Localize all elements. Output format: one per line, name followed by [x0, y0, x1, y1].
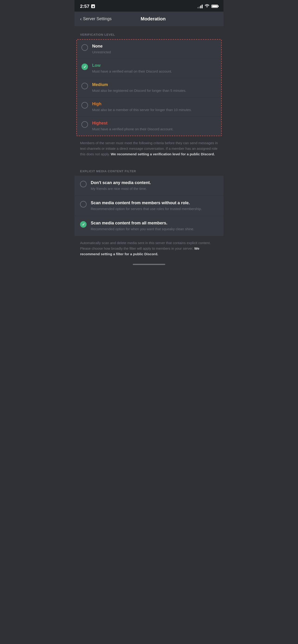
back-button[interactable]: ‹ Server Settings	[80, 16, 112, 22]
option-text-dont-scan: Don't scan any media content. My friends…	[91, 180, 218, 191]
option-title-scan-all: Scan media content from all members.	[91, 221, 218, 226]
option-text-highest: Highest Must have a verified phone on th…	[92, 121, 216, 132]
page-title: Moderation	[112, 16, 218, 22]
radio-medium[interactable]	[82, 83, 88, 89]
explicit-option-dont-scan[interactable]: Don't scan any media content. My friends…	[75, 176, 223, 196]
back-arrow-icon: ‹	[80, 16, 82, 22]
signal-icon	[197, 4, 203, 8]
home-indicator	[75, 261, 223, 267]
wifi-icon	[204, 4, 210, 9]
verification-option-high[interactable]: High Must also be a member of this serve…	[77, 97, 221, 116]
option-text-high: High Must also be a member of this serve…	[92, 102, 216, 112]
radio-scan-all[interactable]	[80, 221, 87, 228]
option-desc-scan-no-role: Recommended option for servers that use …	[91, 206, 218, 211]
battery-icon	[211, 5, 218, 8]
option-title-none: None	[92, 44, 216, 49]
verification-option-none[interactable]: None Unrestricted	[77, 40, 221, 59]
option-title-medium: Medium	[92, 82, 216, 87]
option-title-low: Low	[92, 63, 216, 68]
home-bar	[133, 264, 165, 265]
radio-dont-scan[interactable]	[80, 181, 87, 187]
radio-scan-no-role[interactable]	[80, 201, 87, 208]
verification-recommendation: We recommend setting a verification leve…	[111, 152, 215, 156]
radio-none[interactable]	[82, 44, 88, 51]
option-title-scan-no-role: Scan media content from members without …	[91, 200, 218, 206]
option-text-scan-no-role: Scan media content from members without …	[91, 200, 218, 211]
status-time: 2:57	[80, 4, 89, 9]
option-desc-medium: Must also be registered on Discord for l…	[92, 88, 216, 93]
verification-option-low[interactable]: Low Must have a verified email on their …	[77, 59, 221, 78]
radio-low[interactable]	[82, 64, 88, 70]
recording-indicator: ▣	[91, 4, 95, 8]
option-text-low: Low Must have a verified email on their …	[92, 63, 216, 74]
option-title-high: High	[92, 102, 216, 106]
explicit-description: Automatically scan and delete media sent…	[75, 236, 223, 261]
nav-header: ‹ Server Settings Moderation	[75, 12, 223, 26]
option-desc-scan-all: Recommended option for when you want tha…	[91, 226, 218, 231]
explicit-desc-text: Automatically scan and delete media sent…	[80, 241, 211, 250]
content-area: VERIFICATION LEVEL None Unrestricted Low…	[75, 26, 223, 261]
status-bar: 2:57 ▣	[75, 0, 223, 12]
status-icons	[197, 4, 218, 9]
option-text-medium: Medium Must also be registered on Discor…	[92, 82, 216, 93]
explicit-option-scan-no-role[interactable]: Scan media content from members without …	[75, 196, 223, 216]
verification-options-container: None Unrestricted Low Must have a verifi…	[76, 39, 222, 136]
section-separator	[75, 161, 223, 163]
explicit-section-header: EXPLICIT MEDIA CONTENT FILTER	[75, 163, 223, 176]
option-desc-highest: Must have a verified phone on their Disc…	[92, 126, 216, 132]
radio-highest[interactable]	[82, 121, 88, 128]
explicit-options-container: Don't scan any media content. My friends…	[75, 176, 223, 236]
verification-description: Members of the server must meet the foll…	[75, 136, 223, 161]
option-desc-none: Unrestricted	[92, 50, 216, 54]
option-desc-dont-scan: My friends are nice most of the time.	[91, 186, 218, 191]
verification-option-medium[interactable]: Medium Must also be registered on Discor…	[77, 78, 221, 97]
option-title-dont-scan: Don't scan any media content.	[91, 180, 218, 185]
explicit-option-scan-all[interactable]: Scan media content from all members. Rec…	[75, 216, 223, 236]
radio-high[interactable]	[82, 102, 88, 108]
verification-option-highest[interactable]: Highest Must have a verified phone on th…	[77, 116, 221, 136]
back-label: Server Settings	[83, 16, 112, 21]
option-desc-high: Must also be a member of this server for…	[92, 107, 216, 112]
option-desc-low: Must have a verified email on their Disc…	[92, 69, 216, 74]
verification-section-header: VERIFICATION LEVEL	[75, 26, 223, 39]
option-text-scan-all: Scan media content from all members. Rec…	[91, 221, 218, 231]
option-text-none: None Unrestricted	[92, 44, 216, 54]
option-title-highest: Highest	[92, 121, 216, 126]
